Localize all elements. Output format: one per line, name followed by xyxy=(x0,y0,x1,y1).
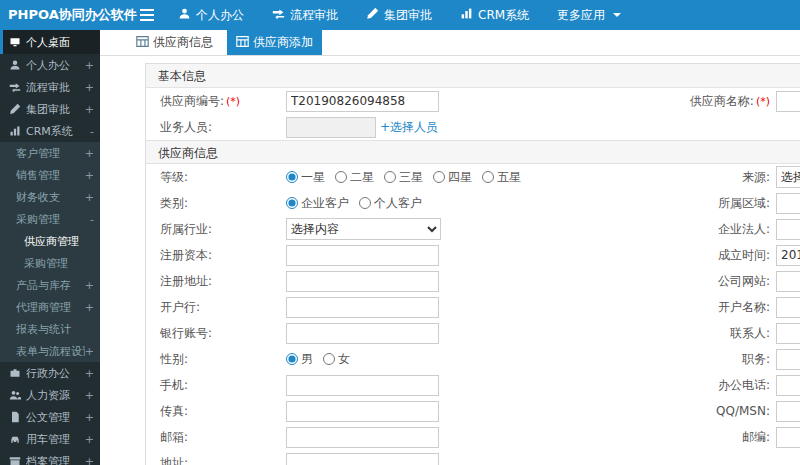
sidebar-item-personal-desktop[interactable]: 个人桌面 xyxy=(0,30,100,54)
form-row-bank: 开户行: 开户名称: xyxy=(146,294,800,320)
sidebar-item-hr[interactable]: 人力资源 + xyxy=(0,384,100,406)
region-input[interactable] xyxy=(776,193,800,214)
email-input[interactable] xyxy=(286,427,439,448)
form-row-bank-account: 银行账号: 联系人: xyxy=(146,320,800,346)
chevron-down-icon xyxy=(613,13,621,17)
sidebar-item-label: 供应商管理 xyxy=(24,234,94,249)
sidebar-item-sales-mgmt[interactable]: 销售管理 + xyxy=(0,164,100,186)
level-option-4[interactable]: 四星 xyxy=(433,169,472,186)
established-input[interactable] xyxy=(776,245,800,266)
gender-option-male[interactable]: 男 xyxy=(286,351,313,368)
field-label: 邮编: xyxy=(646,429,776,446)
sidebar-item-reports[interactable]: 报表与统计 xyxy=(0,318,100,340)
category-radio[interactable] xyxy=(286,197,298,209)
nav-group-approval[interactable]: 集团审批 xyxy=(352,0,446,30)
nav-more-apps[interactable]: 更多应用 xyxy=(543,0,635,30)
form-row-fax: 传真: QQ/MSN: xyxy=(146,398,800,424)
website-input[interactable] xyxy=(776,271,800,292)
sales-person-input[interactable] xyxy=(286,117,376,138)
mobile-input[interactable] xyxy=(286,375,439,396)
field-label: 联系人: xyxy=(646,325,776,342)
category-option-2[interactable]: 个人客户 xyxy=(359,195,422,212)
sidebar-item-crm[interactable]: CRM系统 - xyxy=(0,120,100,142)
fax-input[interactable] xyxy=(286,401,439,422)
supplier-no-input[interactable] xyxy=(286,91,439,112)
sidebar-item-supplier-mgmt[interactable]: 供应商管理 xyxy=(0,230,100,252)
field-label: 注册资本: xyxy=(146,247,286,264)
supplier-name-input[interactable] xyxy=(776,91,800,112)
level-radio[interactable] xyxy=(482,171,494,183)
sidebar-item-procurement-mgmt[interactable]: 采购管理 - xyxy=(0,208,100,230)
level-radio[interactable] xyxy=(286,171,298,183)
form-row-registered-address: 注册地址: 公司网站: xyxy=(146,268,800,294)
choose-person-link[interactable]: +选择人员 xyxy=(380,119,438,136)
sidebar-item-label: 公文管理 xyxy=(26,410,85,425)
category-radio[interactable] xyxy=(359,197,371,209)
level-option-5[interactable]: 五星 xyxy=(482,169,521,186)
section-header-basic: 基本信息 xyxy=(146,64,800,88)
contact-input[interactable] xyxy=(776,323,800,344)
sidebar-item-process-approval[interactable]: 流程审批 + xyxy=(0,76,100,98)
field-label: 公司网站: xyxy=(646,273,776,290)
sidebar-item-customer-mgmt[interactable]: 客户管理 + xyxy=(0,142,100,164)
field-label: QQ/MSN: xyxy=(646,404,776,418)
office-phone-input[interactable] xyxy=(776,375,800,396)
sidebar-item-archive-mgmt[interactable]: 档案管理 + xyxy=(0,450,100,465)
flow-icon xyxy=(272,7,285,23)
tab-supplier-info[interactable]: 供应商信息 xyxy=(130,31,219,54)
gender-option-female[interactable]: 女 xyxy=(323,351,350,368)
bank-input[interactable] xyxy=(286,297,439,318)
position-input[interactable] xyxy=(776,349,800,370)
nav-process-approval[interactable]: 流程审批 xyxy=(258,0,352,30)
sidebar-item-group-approval[interactable]: 集团审批 + xyxy=(0,98,100,120)
sidebar-item-label: 产品与库存 xyxy=(16,278,85,293)
bank-account-input[interactable] xyxy=(286,323,439,344)
nav-crm-system[interactable]: CRM系统 xyxy=(446,0,543,30)
address-input[interactable] xyxy=(286,453,439,465)
registered-address-input[interactable] xyxy=(286,271,439,292)
level-option-3[interactable]: 三星 xyxy=(384,169,423,186)
expand-indicator: + xyxy=(85,279,94,292)
sidebar-item-label: 档案管理 xyxy=(26,454,85,465)
sidebar-item-purchase-mgmt[interactable]: 采购管理 xyxy=(0,252,100,274)
nav-label: 个人办公 xyxy=(196,7,244,24)
industry-select[interactable]: 选择内容 xyxy=(286,218,441,240)
sidebar-item-label: 代理商管理 xyxy=(16,300,85,315)
level-radio[interactable] xyxy=(335,171,347,183)
form-row-industry: 所属行业: 选择内容 企业法人: xyxy=(146,216,800,242)
legal-person-input[interactable] xyxy=(776,219,800,240)
sidebar-item-product-inventory[interactable]: 产品与库存 + xyxy=(0,274,100,296)
gender-radio[interactable] xyxy=(286,353,298,365)
required-mark: (*) xyxy=(756,95,770,108)
sidebar-item-form-flow-settings[interactable]: 表单与流程设置 + xyxy=(0,340,100,362)
level-radio[interactable] xyxy=(433,171,445,183)
sidebar-item-personal-office[interactable]: 个人办公 + xyxy=(0,54,100,76)
level-option-2[interactable]: 二星 xyxy=(335,169,374,186)
sidebar-item-admin-office[interactable]: 行政办公 + xyxy=(0,362,100,384)
form-row-address: 地址: xyxy=(146,450,800,465)
sidebar-item-label: 人力资源 xyxy=(26,388,85,403)
field-label: 办公电话: xyxy=(646,377,776,394)
level-radio[interactable] xyxy=(384,171,396,183)
field-label: 业务人员: xyxy=(146,119,286,136)
chart-icon xyxy=(8,125,22,137)
sidebar-item-vehicle-mgmt[interactable]: 用车管理 + xyxy=(0,428,100,450)
field-label: 来源: xyxy=(646,169,776,186)
category-option-1[interactable]: 企业客户 xyxy=(286,195,349,212)
nav-personal-office[interactable]: 个人办公 xyxy=(164,0,258,30)
qq-msn-input[interactable] xyxy=(776,401,800,422)
sidebar-item-label: 流程审批 xyxy=(26,80,85,95)
field-label: 所属行业: xyxy=(146,221,286,238)
tab-supplier-add[interactable]: 供应商添加 xyxy=(227,30,322,55)
zip-input[interactable] xyxy=(776,427,800,448)
sidebar-item-finance[interactable]: 财务收支 + xyxy=(0,186,100,208)
level-option-1[interactable]: 一星 xyxy=(286,169,325,186)
account-name-input[interactable] xyxy=(776,297,800,318)
source-select[interactable]: 选择内容 xyxy=(776,166,800,188)
sidebar-item-label: 财务收支 xyxy=(16,190,85,205)
gender-radio[interactable] xyxy=(323,353,335,365)
hamburger-menu-icon[interactable] xyxy=(130,0,164,30)
registered-capital-input[interactable] xyxy=(286,245,439,266)
sidebar-item-agent-mgmt[interactable]: 代理商管理 + xyxy=(0,296,100,318)
sidebar-item-document-mgmt[interactable]: 公文管理 + xyxy=(0,406,100,428)
